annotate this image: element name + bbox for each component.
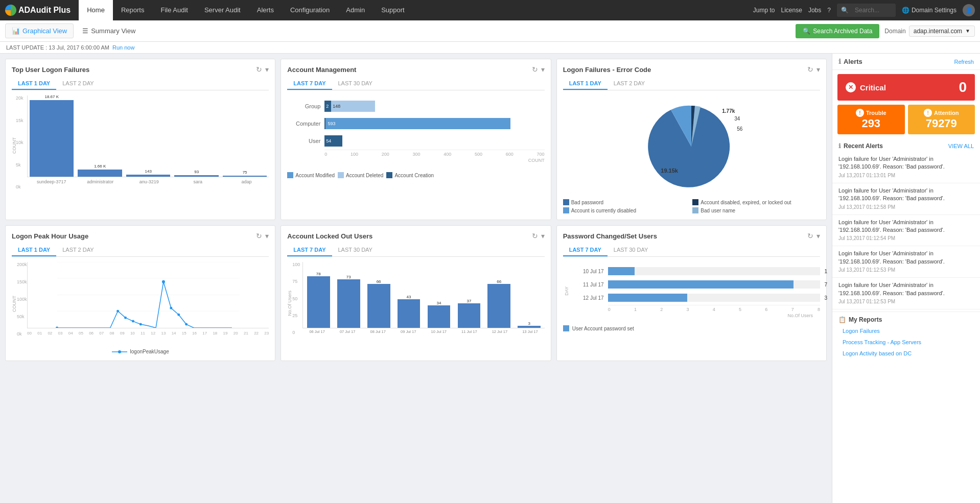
search-input[interactable] xyxy=(851,5,892,15)
computer-bar-row: Computer 1 593 xyxy=(287,118,544,129)
password-chart-area: DAY 10 Jul 17 1 11 Jul 17 xyxy=(563,262,820,323)
jump-to-link[interactable]: Jump to xyxy=(753,7,775,14)
alert-trouble-box[interactable]: ! Trouble 293 xyxy=(837,105,905,134)
view-all-link[interactable]: VIEW ALL xyxy=(948,143,974,149)
report-link-logon-activity[interactable]: Logon Activity based on DC xyxy=(832,348,980,359)
dropdown-icon[interactable]: ▾ xyxy=(816,65,820,74)
domain-label: Domain xyxy=(884,28,905,35)
attention-count: 79279 xyxy=(926,117,957,130)
account-management-title: Account Management xyxy=(287,66,356,74)
report-link-process-tracking[interactable]: Process Tracking - App Servers xyxy=(832,337,980,348)
nav-tab-configuration[interactable]: Configuration xyxy=(282,0,338,20)
alerts-refresh-link[interactable]: Refresh xyxy=(954,59,974,65)
legend-deleted: Account Deleted xyxy=(338,172,383,178)
dropdown-icon[interactable]: ▾ xyxy=(265,232,269,240)
alert-item-5: Login failure for User 'Administrator' i… xyxy=(832,278,980,309)
svg-point-5 xyxy=(116,310,119,313)
pie-label-19150: 19.15k xyxy=(661,167,678,174)
refresh-icon[interactable]: ↻ xyxy=(532,232,538,240)
group-bar-light: 148 xyxy=(331,101,375,112)
user-bar-row: User 54 xyxy=(287,135,544,147)
svg-point-11 xyxy=(177,314,180,316)
logon-peak-1day[interactable]: LAST 1 DAY xyxy=(12,244,56,256)
dropdown-icon[interactable]: ▾ xyxy=(265,65,269,74)
trouble-icon: ! xyxy=(856,109,864,117)
locked-30day[interactable]: LAST 30 DAY xyxy=(332,244,379,256)
legend-modified: Account Modified xyxy=(287,172,335,178)
search-archived-btn[interactable]: 🔍 Search Archived Data xyxy=(796,24,879,38)
user-bar-dark: 54 xyxy=(324,135,342,147)
alert-critical-row[interactable]: ✕ Critical 0 xyxy=(837,74,975,101)
logon-tab-2day[interactable]: LAST 2 DAY xyxy=(56,78,100,90)
password-tabs: LAST 7 DAY LAST 30 DAY xyxy=(563,244,820,257)
alert-attention-box[interactable]: ! Attention 79279 xyxy=(908,105,975,134)
password-30day[interactable]: LAST 30 DAY xyxy=(608,244,654,256)
account-management-card: Account Management ↻ ▾ LAST 7 DAY LAST 3… xyxy=(281,59,551,220)
run-now-link[interactable]: Run now xyxy=(112,44,134,51)
jobs-link[interactable]: Jobs xyxy=(808,7,821,14)
nav-tab-server-audit[interactable]: Server Audit xyxy=(196,0,249,20)
nav-tab-home[interactable]: Home xyxy=(79,0,113,20)
bar-admin: 1.66 K xyxy=(78,164,122,177)
password-x-labels: 0 1 2 3 4 5 6 7 8 xyxy=(608,305,820,312)
locked-x-labels: 06 Jul 17 07 Jul 17 08 Jul 17 09 Jul 17 … xyxy=(302,329,544,334)
nav-tab-alerts[interactable]: Alerts xyxy=(249,0,282,20)
locked-bars: 78 73 66 xyxy=(302,262,544,328)
password-row-12jul: 12 Jul 17 3 xyxy=(576,294,820,302)
logon-peak-title: Logon Peak Hour Usage xyxy=(12,232,88,240)
nav-tab-reports[interactable]: Reports xyxy=(113,0,153,20)
help-link[interactable]: ? xyxy=(827,7,831,14)
x-axis-count-label: COUNT xyxy=(287,158,544,163)
bar-anu-fill xyxy=(126,175,170,177)
refresh-icon[interactable]: ↻ xyxy=(256,232,262,240)
locked-7day[interactable]: LAST 7 DAY xyxy=(287,244,332,256)
account-mgmt-7day[interactable]: LAST 7 DAY xyxy=(287,78,332,90)
main-layout: Top User Logon Failures ↻ ▾ LAST 1 DAY L… xyxy=(0,54,980,503)
my-reports-header: 📋 My Reports xyxy=(832,312,980,325)
domain-dropdown[interactable]: adap.internal.com ▼ xyxy=(909,26,975,37)
chevron-down-icon: ▼ xyxy=(965,28,970,34)
password-7day[interactable]: LAST 7 DAY xyxy=(563,244,608,256)
logon-peak-2day[interactable]: LAST 2 DAY xyxy=(56,244,100,256)
svg-point-4 xyxy=(56,327,58,328)
dropdown-icon[interactable]: ▾ xyxy=(541,232,545,240)
alert-item-2: Login failure for User 'Administrator' i… xyxy=(832,183,980,215)
user-avatar[interactable]: 👤 xyxy=(963,4,975,16)
domain-settings-link[interactable]: 🌐 Domain Settings xyxy=(902,7,956,14)
alert-item-3: Login failure for User 'Administrator' i… xyxy=(832,215,980,247)
refresh-icon[interactable]: ↻ xyxy=(807,65,813,74)
dropdown-icon[interactable]: ▾ xyxy=(541,65,545,74)
nav-tab-file-audit[interactable]: File Audit xyxy=(152,0,196,20)
nav-tab-admin[interactable]: Admin xyxy=(338,0,373,20)
bar-anu: 143 xyxy=(126,169,170,177)
critical-x-icon: ✕ xyxy=(846,82,856,92)
summary-view-btn[interactable]: ☰ Summary View xyxy=(76,23,142,38)
graphical-view-btn[interactable]: 📊 Graphical View xyxy=(5,23,74,38)
bar-adap: 75 xyxy=(223,170,267,177)
logon-error-1day[interactable]: LAST 1 DAY xyxy=(563,78,608,90)
account-mgmt-legend: Account Modified Account Deleted Account… xyxy=(287,172,544,178)
logon-failures-error-card: Logon Failures - Error Code ↻ ▾ LAST 1 D… xyxy=(556,59,827,220)
refresh-icon[interactable]: ↻ xyxy=(256,65,262,74)
refresh-icon[interactable]: ↻ xyxy=(532,65,538,74)
computer-bar-main: 593 xyxy=(325,118,510,129)
peak-legend-label: logonPeakUsage xyxy=(130,349,169,354)
logon-chart-area: COUNT 20k 15k 10k 5k 0k 18.67 K xyxy=(12,95,269,200)
dropdown-icon[interactable]: ▾ xyxy=(816,232,820,240)
account-mgmt-30day[interactable]: LAST 30 DAY xyxy=(332,78,379,90)
nav-tab-support[interactable]: Support xyxy=(373,0,413,20)
password-row-10jul: 10 Jul 17 1 xyxy=(576,267,820,275)
nav-tabs: Home Reports File Audit Server Audit Ale… xyxy=(79,0,413,20)
refresh-icon[interactable]: ↻ xyxy=(807,232,813,240)
report-link-logon-failures[interactable]: Logon Failures xyxy=(832,325,980,337)
trouble-count: 293 xyxy=(861,117,880,130)
legend-bad-username: Bad user name xyxy=(692,207,820,213)
logon-error-2day[interactable]: LAST 2 DAY xyxy=(608,78,651,90)
critical-count: 0 xyxy=(959,79,967,95)
license-link[interactable]: License xyxy=(781,7,802,14)
logon-tab-1day[interactable]: LAST 1 DAY xyxy=(12,78,56,90)
password-x-axis-label: No.Of Users xyxy=(576,313,813,318)
info-icon: ℹ xyxy=(838,58,841,65)
recent-alerts-icon: ℹ xyxy=(838,142,841,150)
logon-peak-tabs: LAST 1 DAY LAST 2 DAY xyxy=(12,244,269,257)
